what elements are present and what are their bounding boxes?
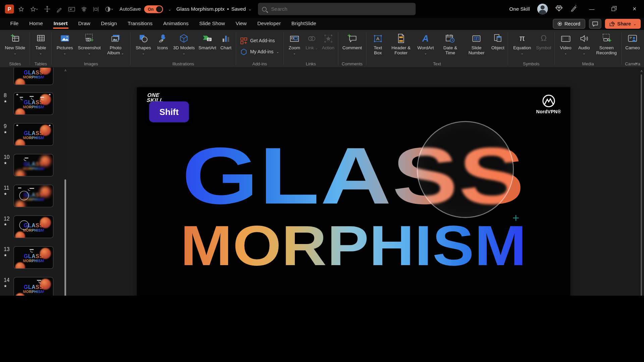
slide-thumbnail-7-partial[interactable]: GLASSMORPHISM xyxy=(0,68,66,80)
tab-brightslide[interactable]: BrightSlide xyxy=(286,19,322,29)
comment-button[interactable]: Comment xyxy=(341,31,364,50)
slide-thumbnail[interactable]: GLASSMORPHISM xyxy=(13,277,53,296)
restore-button[interactable] xyxy=(606,3,620,15)
powerpoint-logo-icon[interactable]: P xyxy=(5,4,14,13)
ribbon-group-symbols: π Equation ⌄ Ω Symbol Symbols xyxy=(508,30,554,67)
icons-label: Icons xyxy=(157,45,168,50)
cameo-button[interactable]: P Cameo xyxy=(624,31,641,50)
screen-recording-button[interactable]: Screen Recording xyxy=(593,31,620,55)
get-add-ins-button[interactable]: Get Add-ins xyxy=(240,37,279,44)
user-avatar[interactable] xyxy=(537,4,548,14)
tab-home[interactable]: Home xyxy=(24,19,48,29)
date-time-button[interactable]: Date & Time xyxy=(437,31,463,55)
tab-developer[interactable]: Developer xyxy=(252,19,286,29)
chart-button[interactable]: Chart xyxy=(218,31,234,50)
animation-star-icon[interactable]: ★ xyxy=(4,284,7,288)
screenshot-button[interactable]: Screenshot ⌄ xyxy=(76,31,102,56)
panel-scroll-up-arrow[interactable]: ˄ xyxy=(64,68,66,72)
slide-thumbnail[interactable]: GLASSMORPHISM xyxy=(13,185,53,207)
header-footer-button[interactable]: Header & Footer xyxy=(388,31,414,55)
animation-star-icon[interactable]: ★ xyxy=(4,99,7,103)
zoom-button[interactable]: Zoom ⌄ xyxy=(285,31,303,56)
qat-overflow-chevron-icon[interactable]: ⌄ xyxy=(168,7,171,11)
slide-thumbnail[interactable]: GLASSMORPHISM xyxy=(13,93,53,115)
dropdown-chevron-icon: ⌄ xyxy=(521,51,524,55)
equation-button[interactable]: π Equation ⌄ xyxy=(510,31,535,56)
video-button[interactable]: Video ⌄ xyxy=(556,31,575,56)
tab-design[interactable]: Design xyxy=(96,19,122,29)
slide-thumbnail[interactable]: GLASSMORPHISM xyxy=(13,246,53,269)
glassmorphism-circle[interactable] xyxy=(417,121,514,218)
slide-item-8[interactable]: 8 ★ GLASSMORPHISM xyxy=(0,93,66,116)
distribute-objects-icon[interactable] xyxy=(93,6,99,12)
tab-transitions[interactable]: Transitions xyxy=(122,19,158,29)
comments-button[interactable] xyxy=(589,19,601,28)
shapes-button[interactable]: Shapes ⌄ xyxy=(132,31,155,56)
document-title[interactable]: Glass Morphism.pptx • Saved ⌄ xyxy=(176,6,252,12)
collapse-ribbon-chevron-icon[interactable]: ⌄ xyxy=(635,60,638,65)
audio-button[interactable]: Audio ⌄ xyxy=(575,31,593,56)
scroll-up-arrow[interactable]: ˄ xyxy=(639,69,644,73)
animation-star-icon[interactable]: ★ xyxy=(4,130,7,134)
tab-insert[interactable]: Insert xyxy=(48,19,73,29)
tab-view[interactable]: View xyxy=(230,19,252,29)
search-box[interactable] xyxy=(258,3,416,15)
smartart-button[interactable]: SmartArt xyxy=(197,31,218,50)
slide-item-14[interactable]: 14 ★ GLASSMORPHISM xyxy=(0,277,66,296)
slide-number-button[interactable]: # Slide Number xyxy=(463,31,489,55)
slide-item-13[interactable]: 13 ★ GLASSMORPHISM xyxy=(0,246,66,269)
slide-item-11[interactable]: 11 ★ GLASSMORPHISM xyxy=(0,185,66,208)
user-name[interactable]: One Skill xyxy=(509,6,530,12)
slide-item-12[interactable]: 12 ★ GLASSMORPHISM xyxy=(0,216,66,239)
share-button[interactable]: Share ⌄ xyxy=(605,19,641,28)
pen-tool-icon[interactable] xyxy=(56,6,62,12)
main-area: GLASSMORPHISM 8 ★ GLASSMORPHISM 9 ★ xyxy=(0,68,644,296)
wordart-button[interactable]: A WordArt ⌄ xyxy=(414,31,437,56)
star-dropdown-icon[interactable] xyxy=(30,6,38,12)
panel-scrollbar-thumb[interactable] xyxy=(64,179,66,296)
3d-models-button[interactable]: 3D Models ⌄ xyxy=(171,31,197,56)
new-slide-label: New Slide xyxy=(5,45,25,50)
tab-file[interactable]: File xyxy=(5,19,24,29)
minimize-button[interactable]: — xyxy=(585,3,599,15)
text-box-button[interactable]: A Text Box xyxy=(368,31,388,55)
tab-animations[interactable]: Animations xyxy=(158,19,194,29)
icons-button[interactable]: Icons xyxy=(154,31,171,50)
slide-frame-icon[interactable] xyxy=(68,6,75,12)
object-button[interactable]: Object xyxy=(490,31,506,50)
close-button[interactable]: × xyxy=(628,3,642,15)
move-objects-icon[interactable] xyxy=(44,6,51,12)
favorite-star-icon[interactable] xyxy=(18,6,24,12)
scrollbar-thumb[interactable] xyxy=(641,74,642,296)
slide-canvas[interactable]: ONE SKILL Shift NordVPN® GLASS MORPHISM xyxy=(68,68,644,296)
tab-slide-show[interactable]: Slide Show xyxy=(194,19,230,29)
ribbon-group-camera: P Cameo Camera xyxy=(622,30,643,67)
slide-thumbnail[interactable]: GLASSMORPHISM xyxy=(13,154,53,176)
my-add-ins-button[interactable]: My Add-ins ⌄ xyxy=(240,48,279,55)
slide-item-10[interactable]: 10 ★ GLASSMORPHISM xyxy=(0,154,66,177)
slide-item-9[interactable]: 9 ★ GLASSMORPHISM xyxy=(0,123,66,146)
symbol-button: Ω Symbol xyxy=(535,31,553,50)
premium-diamond-icon[interactable] xyxy=(555,5,563,13)
new-slide-button[interactable]: New Slide ⌄ xyxy=(2,31,28,56)
animation-star-icon[interactable]: ★ xyxy=(4,192,7,196)
autosave-toggle[interactable]: On xyxy=(144,5,163,13)
vertical-scrollbar[interactable]: ˄ ˄ ˅ ˅ xyxy=(639,68,644,296)
slide-thumbnail[interactable]: GLASSMORPHISM xyxy=(13,123,53,145)
quick-access-toolbar xyxy=(18,6,114,12)
slide-editing-surface[interactable]: ONE SKILL Shift NordVPN® GLASS MORPHISM xyxy=(137,87,570,296)
search-input[interactable] xyxy=(270,6,412,12)
pictures-button[interactable]: Pictures ⌄ xyxy=(53,31,76,56)
inking-pen-icon[interactable] xyxy=(570,5,578,13)
animation-star-icon[interactable]: ★ xyxy=(4,223,7,227)
shape-fill-dropdown-icon[interactable] xyxy=(105,6,114,12)
record-button[interactable]: Record xyxy=(553,19,585,28)
animation-star-icon[interactable]: ★ xyxy=(4,161,7,165)
slide-number: 9 xyxy=(4,123,13,129)
align-objects-icon[interactable] xyxy=(81,6,87,12)
tab-draw[interactable]: Draw xyxy=(73,19,96,29)
photo-album-button[interactable]: Photo Album ⌄ xyxy=(102,31,128,56)
table-button[interactable]: Table ⌄ xyxy=(32,31,50,56)
animation-star-icon[interactable]: ★ xyxy=(4,253,7,257)
slide-thumbnail[interactable]: GLASSMORPHISM xyxy=(13,216,53,238)
